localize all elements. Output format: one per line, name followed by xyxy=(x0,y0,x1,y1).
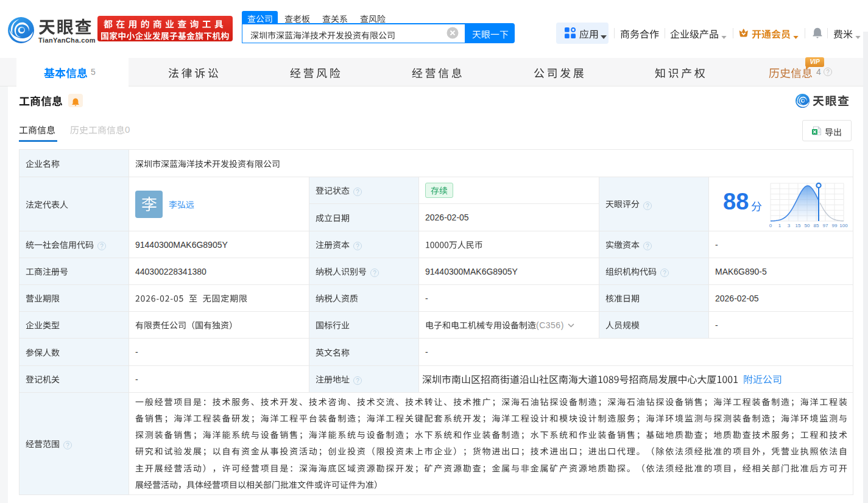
svg-text:100: 100 xyxy=(839,223,848,228)
svg-text:3: 3 xyxy=(788,223,791,228)
svg-text:15: 15 xyxy=(796,223,801,228)
svg-text:0: 0 xyxy=(769,223,772,228)
svg-text:99: 99 xyxy=(832,223,838,228)
svg-text:85: 85 xyxy=(814,223,819,228)
svg-text:1: 1 xyxy=(778,223,782,228)
svg-text:50: 50 xyxy=(805,223,810,228)
svg-text:97: 97 xyxy=(823,223,828,228)
